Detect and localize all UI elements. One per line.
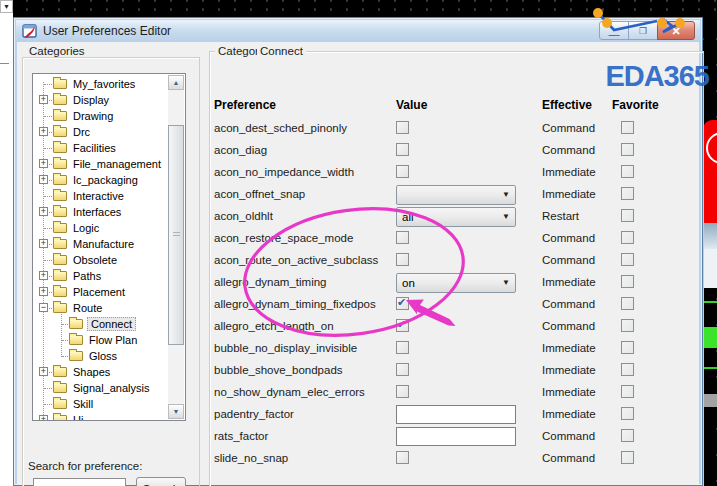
value-checkbox[interactable] — [396, 231, 409, 244]
effective-value: Command — [542, 320, 595, 332]
check-icon: ✔ — [397, 296, 406, 309]
effective-value: Command — [542, 232, 595, 244]
preference-row-allegro_dynam_timing: allegro_dynam_timing on▼ Immediate — [17, 272, 707, 294]
preference-row-bubble_shove_bondpads: bubble_shove_bondpads Immediate — [17, 360, 707, 382]
effective-value: Immediate — [542, 188, 596, 200]
effective-value: Command — [542, 452, 595, 464]
favorite-checkbox[interactable] — [621, 121, 634, 134]
preference-row-bubble_no_display_invisible: bubble_no_display_invisible Immediate — [17, 338, 707, 360]
favorite-checkbox[interactable] — [621, 385, 634, 398]
preference-name: acon_offnet_snap — [214, 188, 305, 200]
preference-name: allegro_dynam_timing_fixedpos — [214, 298, 376, 310]
effective-value: Immediate — [542, 408, 596, 420]
dropdown-selected-value: on — [402, 277, 415, 289]
favorite-checkbox[interactable] — [621, 451, 634, 464]
value-dropdown[interactable]: all▼ — [396, 207, 516, 227]
tree-item-label: My_favorites — [71, 78, 137, 90]
preference-row-allegro_etch_length_on: allegro_etch_length_on ✔ Command — [17, 316, 707, 338]
value-checkbox[interactable] — [396, 143, 409, 156]
preference-name: padentry_factor — [214, 408, 294, 420]
chevron-down-icon[interactable]: ▼ — [0, 0, 13, 13]
value-checkbox[interactable] — [396, 385, 409, 398]
value-dropdown[interactable]: on▼ — [396, 273, 516, 293]
panel-divider — [0, 63, 9, 64]
chevron-down-icon: ▼ — [502, 213, 510, 221]
value-checkbox[interactable] — [396, 121, 409, 134]
effective-value: Command — [542, 122, 595, 134]
eda365-watermark: EDA365 — [557, 60, 709, 93]
search-button[interactable]: Search — [136, 477, 186, 486]
preference-row-acon_oldhlt: acon_oldhlt all▼ Restart — [17, 206, 707, 228]
favorite-checkbox[interactable] — [621, 297, 634, 310]
value-checkbox[interactable] — [396, 451, 409, 464]
value-checkbox[interactable] — [396, 253, 409, 266]
value-dropdown[interactable]: ▼ — [396, 185, 516, 205]
tree-item-display[interactable]: + Display — [33, 92, 185, 108]
column-header-effective: Effective — [542, 98, 592, 112]
value-checkbox[interactable]: ✔ — [396, 319, 409, 332]
preference-name: acon_no_impedance_width — [214, 166, 354, 178]
favorite-checkbox[interactable] — [621, 429, 634, 442]
preference-row-acon_route_on_active_subclass: acon_route_on_active_subclass Command — [17, 250, 707, 272]
value-checkbox[interactable]: ✔ — [396, 297, 409, 310]
favorite-checkbox[interactable] — [621, 187, 634, 200]
value-input[interactable] — [396, 405, 516, 424]
preference-row-acon_dest_sched_pinonly: acon_dest_sched_pinonly Command — [17, 118, 707, 140]
categories-group-label: Categories — [26, 45, 88, 57]
check-icon: ✔ — [397, 318, 406, 331]
window-title: User Preferences Editor — [43, 24, 171, 38]
preference-name: bubble_no_display_invisible — [214, 342, 357, 354]
preference-name: allegro_dynam_timing — [214, 276, 327, 288]
column-header-preference: Preference — [214, 98, 276, 112]
minimize-button[interactable]: — — [599, 21, 629, 40]
close-button[interactable]: ✕ — [657, 21, 695, 40]
preference-name: rats_factor — [214, 430, 268, 442]
favorite-checkbox[interactable] — [621, 231, 634, 244]
preference-row-padentry_factor: padentry_factor Immediate — [17, 404, 707, 426]
effective-value: Immediate — [542, 342, 596, 354]
expand-toggle-icon[interactable]: + — [39, 95, 48, 104]
favorite-checkbox[interactable] — [621, 209, 634, 222]
effective-value: Command — [542, 430, 595, 442]
value-checkbox[interactable] — [396, 341, 409, 354]
preference-name: allegro_etch_length_on — [214, 320, 334, 332]
search-input[interactable] — [33, 478, 126, 486]
user-prefs-editor-icon — [22, 24, 38, 39]
preference-name: acon_route_on_active_subclass — [214, 254, 378, 266]
chevron-down-icon: ▼ — [502, 279, 510, 287]
column-header-value: Value — [396, 98, 427, 112]
dialog-body: Categories ▲ ▼ My_favorites + Display Dr… — [17, 42, 699, 485]
preference-row-acon_no_impedance_width: acon_no_impedance_width Immediate — [17, 162, 707, 184]
favorite-checkbox[interactable] — [621, 275, 634, 288]
value-input[interactable] — [396, 427, 516, 446]
tree-item-my-favorites[interactable]: My_favorites — [33, 76, 185, 92]
favorite-checkbox[interactable] — [621, 143, 634, 156]
favorite-checkbox[interactable] — [621, 165, 634, 178]
preference-name: acon_diag — [214, 144, 267, 156]
effective-value: Immediate — [542, 364, 596, 376]
maximize-button[interactable]: ❐ — [628, 21, 658, 40]
preference-name: acon_restore_space_mode — [214, 232, 353, 244]
effective-value: Immediate — [542, 386, 596, 398]
favorite-checkbox[interactable] — [621, 341, 634, 354]
preference-name: acon_oldhlt — [214, 210, 273, 222]
tree-item-label: Display — [71, 94, 111, 106]
favorite-checkbox[interactable] — [621, 253, 634, 266]
effective-value: Immediate — [542, 166, 596, 178]
title-bar[interactable]: User Preferences Editor — [16, 20, 700, 42]
chevron-down-icon: ▼ — [502, 191, 510, 199]
category-value: Connect — [257, 45, 306, 57]
preference-row-acon_diag: acon_diag Command — [17, 140, 707, 162]
value-checkbox[interactable] — [396, 363, 409, 376]
dropdown-selected-value: all — [402, 211, 414, 223]
effective-value: Restart — [542, 210, 579, 222]
favorite-checkbox[interactable] — [621, 363, 634, 376]
preference-name: acon_dest_sched_pinonly — [214, 122, 347, 134]
effective-value: Immediate — [542, 276, 596, 288]
value-checkbox[interactable] — [396, 165, 409, 178]
favorite-checkbox[interactable] — [621, 319, 634, 332]
effective-value: Command — [542, 254, 595, 266]
preference-row-acon_offnet_snap: acon_offnet_snap ▼ Immediate — [17, 184, 707, 206]
preference-row-rats_factor: rats_factor Command — [17, 426, 707, 448]
favorite-checkbox[interactable] — [621, 407, 634, 420]
